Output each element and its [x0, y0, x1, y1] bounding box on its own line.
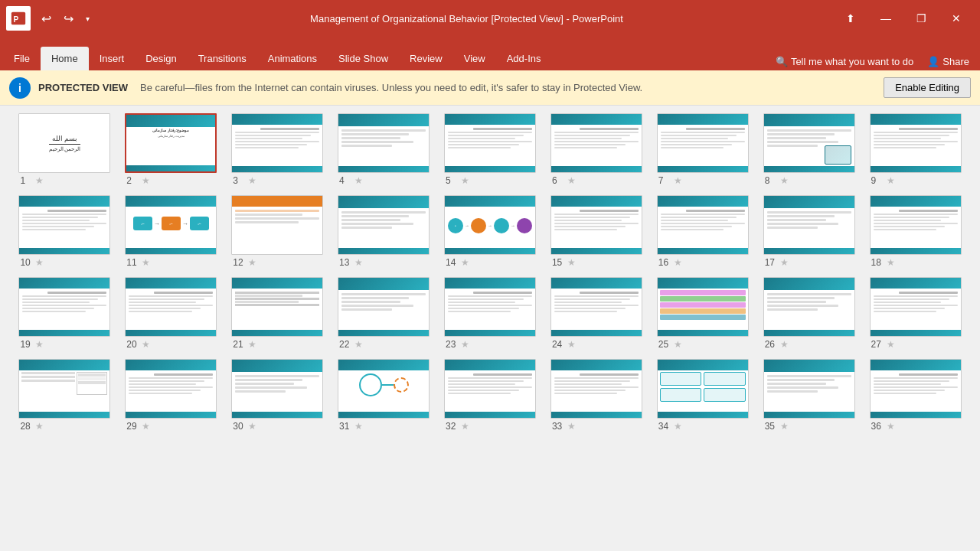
slide-star-9[interactable]: ★ — [887, 175, 895, 186]
slide-thumb-30[interactable] — [231, 359, 323, 419]
slide-star-34[interactable]: ★ — [674, 421, 682, 432]
slide-thumb-14[interactable]: ● → → → — [444, 195, 536, 255]
slide-item-13[interactable]: 13 ★ — [335, 195, 433, 268]
slide-item-31[interactable]: 31 ★ — [335, 359, 433, 432]
slide-star-12[interactable]: ★ — [248, 257, 256, 268]
slide-thumb-10[interactable] — [18, 195, 110, 255]
slide-thumb-35[interactable] — [763, 359, 855, 419]
slide-item-2[interactable]: موضوع: رفتار سازمانی مدیریت رفتار سازمان… — [122, 113, 220, 186]
slide-thumb-2[interactable]: موضوع: رفتار سازمانی مدیریت رفتار سازمان… — [125, 113, 217, 173]
slide-thumb-9[interactable] — [870, 113, 962, 173]
minimize-button[interactable]: — — [868, 6, 903, 31]
slide-item-27[interactable]: 27 ★ — [866, 277, 965, 350]
slide-item-7[interactable]: 7 ★ — [653, 113, 752, 186]
slide-item-12[interactable]: 12 ★ — [228, 195, 327, 268]
slide-item-29[interactable]: 29 ★ — [122, 359, 220, 432]
tab-file[interactable]: File — [3, 47, 41, 70]
slide-thumb-11[interactable]: متن → متن → متن — [125, 195, 217, 255]
tab-insert[interactable]: Insert — [89, 47, 136, 70]
close-button[interactable]: ✕ — [939, 6, 974, 31]
slide-thumb-24[interactable] — [550, 277, 642, 337]
slide-item-4[interactable]: 4 ★ — [335, 113, 433, 186]
slide-item-26[interactable]: 26 ★ — [760, 277, 858, 350]
slide-item-6[interactable]: 6 ★ — [547, 113, 645, 186]
slide-star-31[interactable]: ★ — [354, 421, 363, 432]
slide-star-20[interactable]: ★ — [142, 339, 150, 350]
slide-star-5[interactable]: ★ — [461, 175, 469, 186]
slide-thumb-25[interactable] — [657, 277, 749, 337]
slide-thumb-4[interactable] — [338, 113, 430, 173]
slide-thumb-12[interactable] — [231, 195, 323, 255]
share-button[interactable]: 👤 Share — [920, 53, 977, 70]
slide-thumb-15[interactable] — [550, 195, 642, 255]
slide-item-14[interactable]: ● → → → 14 ★ — [441, 195, 540, 268]
tab-animations[interactable]: Animations — [257, 47, 328, 70]
slide-item-19[interactable]: 19 ★ — [15, 277, 114, 350]
slide-thumb-13[interactable] — [338, 195, 430, 255]
slide-item-11[interactable]: متن → متن → متن 11 ★ — [122, 195, 220, 268]
slide-item-22[interactable]: 22 ★ — [335, 277, 433, 350]
slide-item-9[interactable]: 9 ★ — [866, 113, 965, 186]
slide-star-24[interactable]: ★ — [567, 339, 576, 350]
slide-star-19[interactable]: ★ — [35, 339, 44, 350]
slide-thumb-19[interactable] — [18, 277, 110, 337]
slide-item-20[interactable]: 20 ★ — [122, 277, 220, 350]
slide-thumb-34[interactable] — [657, 359, 749, 419]
tab-design[interactable]: Design — [135, 47, 187, 70]
slide-star-26[interactable]: ★ — [780, 339, 789, 350]
slide-thumb-6[interactable] — [550, 113, 642, 173]
slide-star-3[interactable]: ★ — [248, 175, 256, 186]
slide-item-3[interactable]: 3 ★ — [228, 113, 327, 186]
slide-star-4[interactable]: ★ — [354, 175, 363, 186]
slide-star-13[interactable]: ★ — [354, 257, 363, 268]
slide-star-36[interactable]: ★ — [887, 421, 895, 432]
slide-thumb-26[interactable] — [763, 277, 855, 337]
tab-transitions[interactable]: Transitions — [188, 47, 257, 70]
slide-star-15[interactable]: ★ — [567, 257, 576, 268]
slide-thumb-28[interactable] — [18, 359, 110, 419]
tab-addins[interactable]: Add-Ins — [496, 47, 552, 70]
slide-item-36[interactable]: 36 ★ — [866, 359, 965, 432]
slide-star-33[interactable]: ★ — [567, 421, 576, 432]
slide-item-23[interactable]: 23 ★ — [441, 277, 540, 350]
slide-item-15[interactable]: 15 ★ — [547, 195, 645, 268]
enable-editing-button[interactable]: Enable Editing — [884, 77, 971, 98]
slide-item-18[interactable]: 18 ★ — [866, 195, 965, 268]
slide-thumb-27[interactable] — [870, 277, 962, 337]
slide-star-18[interactable]: ★ — [887, 257, 895, 268]
slide-star-2[interactable]: ★ — [142, 175, 150, 186]
ribbon-collapse-button[interactable]: ⬆ — [833, 6, 868, 31]
restore-button[interactable]: ❐ — [903, 6, 939, 31]
slide-item-33[interactable]: 33 ★ — [547, 359, 645, 432]
slide-item-30[interactable]: 30 ★ — [228, 359, 327, 432]
slide-item-10[interactable]: 10 ★ — [15, 195, 114, 268]
slide-star-17[interactable]: ★ — [780, 257, 789, 268]
slide-thumb-32[interactable] — [444, 359, 536, 419]
slide-star-14[interactable]: ★ — [461, 257, 469, 268]
slide-thumb-16[interactable] — [657, 195, 749, 255]
slide-star-28[interactable]: ★ — [35, 421, 44, 432]
slide-thumb-21[interactable] — [231, 277, 323, 337]
slide-item-5[interactable]: 5 ★ — [441, 113, 540, 186]
slide-item-24[interactable]: 24 ★ — [547, 277, 645, 350]
tab-slideshow[interactable]: Slide Show — [328, 47, 399, 70]
slide-star-8[interactable]: ★ — [780, 175, 789, 186]
slide-item-28[interactable]: 28 ★ — [15, 359, 114, 432]
slide-star-27[interactable]: ★ — [887, 339, 895, 350]
slide-thumb-17[interactable] — [763, 195, 855, 255]
slide-thumb-3[interactable] — [231, 113, 323, 173]
redo-button[interactable]: ↪ — [59, 8, 78, 29]
slide-star-30[interactable]: ★ — [248, 421, 256, 432]
slide-item-16[interactable]: 16 ★ — [653, 195, 752, 268]
slide-star-23[interactable]: ★ — [461, 339, 469, 350]
slide-thumb-33[interactable] — [550, 359, 642, 419]
slide-item-35[interactable]: 35 ★ — [760, 359, 858, 432]
quick-access-button[interactable]: ▾ — [81, 11, 94, 26]
slide-item-21[interactable]: 21 ★ — [228, 277, 327, 350]
slide-thumb-23[interactable] — [444, 277, 536, 337]
undo-button[interactable]: ↩ — [37, 8, 56, 29]
slide-star-7[interactable]: ★ — [674, 175, 682, 186]
slide-item-34[interactable]: 34 ★ — [653, 359, 752, 432]
slide-item-32[interactable]: 32 ★ — [441, 359, 540, 432]
slide-star-25[interactable]: ★ — [674, 339, 682, 350]
